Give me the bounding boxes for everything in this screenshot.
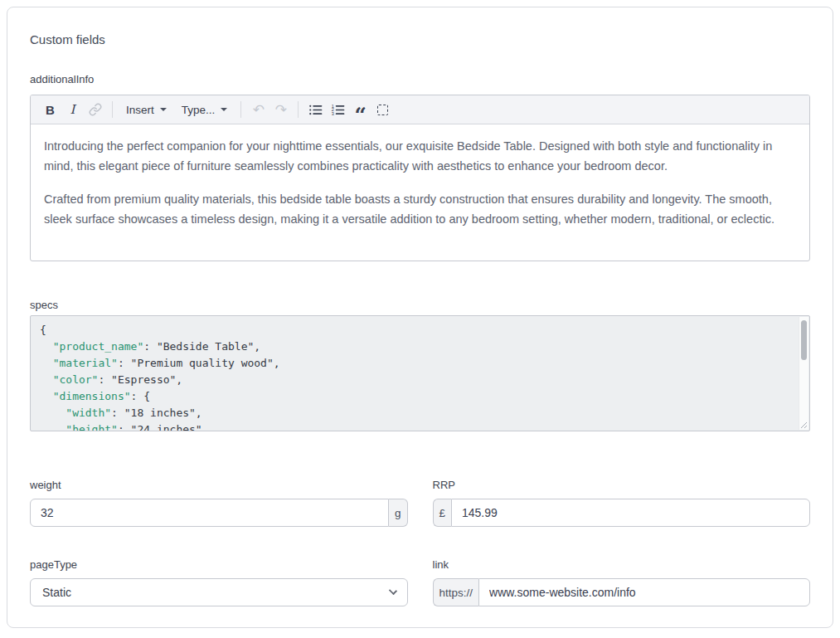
chevron-down-icon — [388, 587, 396, 595]
editor-toolbar: B I Insert Type... — [31, 95, 809, 124]
field-weight: weight g — [30, 479, 408, 527]
link-input-group: https:// — [433, 578, 811, 606]
field-page-type: pageType Static — [30, 558, 408, 606]
specs-label: specs — [30, 299, 810, 312]
toolbar-separator — [298, 101, 299, 118]
type-dropdown-label: Type... — [182, 104, 216, 116]
rrp-label: RRP — [433, 479, 811, 492]
custom-fields-card: Custom fields additionalInfo B I Inse — [7, 7, 833, 628]
editor-content[interactable]: Introducing the perfect companion for yo… — [31, 124, 809, 241]
field-specs: specs { "product_name": "Bedside Table",… — [30, 299, 810, 431]
redo-button[interactable]: ↷ — [269, 99, 292, 120]
currency-addon: £ — [433, 499, 452, 527]
link-button[interactable] — [84, 99, 106, 120]
ordered-list-button[interactable]: 1 2 3 — [327, 99, 349, 120]
bold-button[interactable]: B — [39, 99, 61, 120]
weight-label: weight — [30, 479, 408, 492]
insert-dropdown-label: Insert — [126, 104, 154, 116]
svg-text:3: 3 — [332, 111, 334, 116]
scrollbar-track[interactable] — [799, 317, 808, 430]
ordered-list-icon: 1 2 3 — [331, 103, 345, 117]
caret-down-icon — [221, 108, 227, 111]
page-title: Custom fields — [30, 7, 810, 47]
scrollbar-thumb[interactable] — [801, 320, 807, 360]
rrp-input[interactable] — [451, 499, 810, 527]
caret-down-icon — [160, 108, 167, 111]
type-dropdown[interactable]: Type... — [174, 99, 235, 120]
additional-info-label: additionalInfo — [30, 73, 810, 86]
field-additional-info: additionalInfo B I Insert — [30, 73, 810, 261]
editor-paragraph: Introducing the perfect companion for yo… — [44, 136, 796, 176]
undo-icon: ↶ — [253, 103, 265, 117]
bullet-list-button[interactable] — [304, 99, 327, 120]
link-label: link — [433, 558, 811, 572]
dashed-square-icon — [377, 105, 388, 115]
protocol-addon: https:// — [433, 578, 479, 606]
specs-textarea[interactable]: { "product_name": "Bedside Table", "mate… — [30, 315, 810, 431]
blockquote-button[interactable]: “ — [349, 99, 371, 120]
rrp-input-group: £ — [433, 499, 811, 527]
insert-dropdown[interactable]: Insert — [119, 99, 174, 120]
dashed-square-button[interactable] — [371, 99, 394, 120]
weight-input[interactable] — [30, 499, 389, 527]
field-link: link https:// — [433, 558, 811, 606]
row-pagetype-link: pageType Static link https:// — [30, 558, 810, 606]
weight-input-group: g — [30, 499, 408, 527]
link-input[interactable] — [478, 578, 810, 606]
specs-code: { "product_name": "Bedside Table", "mate… — [31, 316, 809, 431]
bullet-list-icon — [308, 103, 323, 117]
weight-unit-addon: g — [389, 499, 408, 527]
editor-paragraph: Crafted from premium quality materials, … — [44, 189, 796, 229]
link-icon — [89, 103, 102, 116]
page-type-select[interactable]: Static — [30, 578, 408, 606]
italic-button[interactable]: I — [61, 99, 84, 120]
undo-button[interactable]: ↶ — [247, 99, 269, 120]
page-type-selected-value: Static — [42, 586, 71, 599]
page-type-label: pageType — [30, 558, 408, 572]
resize-grip-icon[interactable] — [799, 421, 808, 429]
toolbar-separator — [112, 101, 113, 118]
row-weight-rrp: weight g RRP £ — [30, 479, 810, 527]
field-rrp: RRP £ — [433, 479, 811, 527]
toolbar-separator — [240, 101, 241, 118]
redo-icon: ↷ — [275, 103, 287, 117]
rich-text-editor: B I Insert Type... — [30, 95, 810, 261]
